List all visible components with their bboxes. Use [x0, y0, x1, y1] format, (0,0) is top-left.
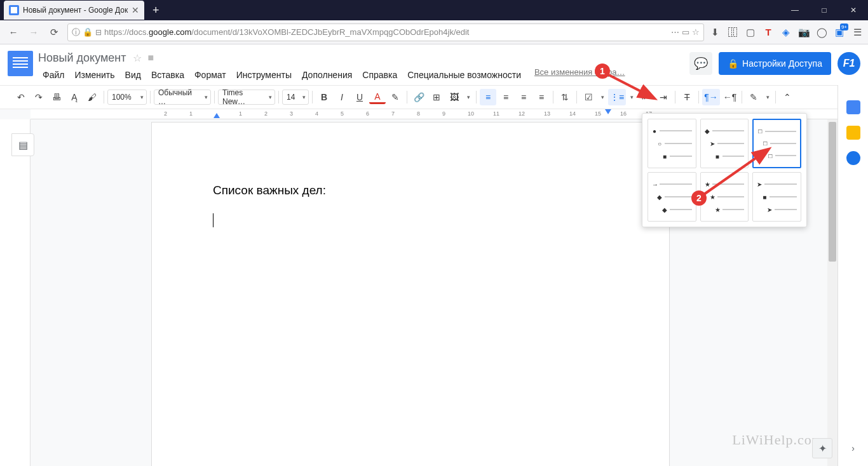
menu-file[interactable]: Файл	[38, 67, 69, 83]
docs-header: Новый документ ☆ ■ Файл Изменить Вид Вст…	[0, 44, 868, 85]
keep-icon[interactable]	[846, 126, 860, 140]
extension-abp-icon[interactable]: ◈	[779, 25, 793, 39]
checklist-button[interactable]: ☑	[580, 89, 597, 105]
sidebar-icon[interactable]: ▢	[743, 25, 757, 39]
star-icon[interactable]: ☆	[692, 27, 700, 37]
window-minimize[interactable]: —	[780, 0, 810, 20]
extension-t-icon[interactable]: T	[761, 25, 775, 39]
account-icon[interactable]: ◯	[815, 25, 829, 39]
text-color-button[interactable]: A	[369, 90, 386, 104]
align-right-button[interactable]: ≡	[515, 89, 532, 105]
font-select[interactable]: Times New…	[218, 90, 275, 105]
explore-button[interactable]: ✦	[812, 438, 832, 458]
paint-format-button[interactable]: 🖌	[84, 89, 100, 105]
menu-format[interactable]: Формат	[190, 67, 231, 83]
menu-tools[interactable]: Инструменты	[232, 67, 296, 83]
format-toolbar: ↶ ↷ 🖶 Ą 🖌 100% Обычный … Times New… 14 B…	[0, 85, 868, 109]
extension-badge-icon[interactable]: ▣	[832, 25, 846, 39]
star-document-icon[interactable]: ☆	[133, 52, 142, 64]
watermark-text: LiWiHelp.com	[732, 432, 824, 448]
tab-title: Новый документ - Google Док	[23, 6, 128, 15]
zoom-select[interactable]: 100%	[107, 90, 147, 105]
ltr-button[interactable]: ¶→	[702, 89, 720, 105]
line-spacing-button[interactable]: ⇅	[557, 89, 573, 105]
bullet-option-4[interactable]: → ◆ ◆	[648, 172, 696, 222]
link-button[interactable]: 🔗	[410, 89, 427, 105]
document-text: Список важных дел:	[213, 183, 608, 197]
calendar-icon[interactable]	[846, 100, 860, 114]
underline-button[interactable]: U	[351, 89, 368, 105]
address-bar[interactable]: ⓘ 🔒 ⊟ https://docs.google.com/document/d…	[67, 23, 704, 41]
bullet-option-1[interactable]: ● ○ ■	[648, 119, 696, 168]
fontsize-select[interactable]: 14	[282, 90, 309, 105]
vertical-ruler[interactable]	[0, 119, 31, 466]
redo-button[interactable]: ↷	[31, 89, 47, 105]
lock-icon: 🔒	[83, 27, 93, 37]
nav-back-button[interactable]: ←	[4, 23, 23, 42]
italic-button[interactable]: I	[334, 89, 350, 105]
page-actions-icon[interactable]: ⋯	[671, 27, 679, 37]
library-icon[interactable]: ⿲	[726, 25, 740, 39]
menu-icon[interactable]: ☰	[850, 25, 864, 39]
nav-reload-button[interactable]: ⟳	[44, 23, 64, 42]
document-title[interactable]: Новый документ	[38, 51, 126, 65]
menu-bar: Файл Изменить Вид Вставка Формат Инструм…	[38, 67, 684, 83]
extension-cam-icon[interactable]: 📷	[797, 25, 811, 39]
svg-line-1	[609, 75, 653, 98]
browser-tab[interactable]: Новый документ - Google Док ✕	[4, 1, 144, 20]
menu-accessibility[interactable]: Специальные возможности	[403, 67, 526, 83]
menu-insert[interactable]: Вставка	[147, 67, 189, 83]
print-button[interactable]: 🖶	[48, 89, 65, 105]
window-titlebar: Новый документ - Google Док ✕ + — □ ✕	[0, 0, 868, 20]
editing-mode-dropdown[interactable]: ▾	[763, 94, 772, 100]
tasks-icon[interactable]	[846, 151, 860, 165]
lock-icon: 🔒	[728, 58, 738, 69]
image-dropdown[interactable]: ▾	[464, 94, 473, 100]
new-tab-button[interactable]: +	[147, 1, 165, 19]
annotation-arrow-2	[699, 145, 775, 202]
vertical-scrollbar[interactable]	[827, 119, 837, 466]
outline-toggle-button[interactable]: ▤	[11, 133, 34, 156]
menu-help[interactable]: Справка	[358, 67, 402, 83]
url-text: https://docs.google.com/document/d/13kVo…	[104, 27, 668, 37]
image-button[interactable]: 🖼	[446, 89, 463, 105]
docs-logo-icon[interactable]	[8, 51, 33, 76]
comment-button[interactable]: ⊞	[428, 89, 445, 105]
document-page[interactable]: Список важных дел:	[151, 122, 670, 466]
annotation-badge-2: 2	[691, 190, 707, 206]
menu-edit[interactable]: Изменить	[70, 67, 119, 83]
style-select[interactable]: Обычный …	[154, 90, 211, 105]
docs-favicon	[9, 5, 19, 15]
undo-button[interactable]: ↶	[13, 89, 29, 105]
share-button[interactable]: 🔒 Настройки Доступа	[719, 52, 831, 75]
reader-icon[interactable]: ▭	[682, 27, 689, 37]
window-close[interactable]: ✕	[839, 0, 868, 20]
info-icon[interactable]: ⓘ	[72, 27, 80, 38]
move-folder-icon[interactable]: ■	[148, 52, 154, 63]
tab-close-icon[interactable]: ✕	[132, 5, 139, 15]
spellcheck-button[interactable]: Ą	[66, 89, 83, 105]
bold-button[interactable]: B	[316, 89, 332, 105]
window-maximize[interactable]: □	[810, 0, 839, 20]
annotation-arrow-1	[604, 70, 661, 108]
highlight-button[interactable]: ✎	[387, 89, 403, 105]
nav-forward-button[interactable]: →	[24, 23, 43, 42]
side-panel: ›	[837, 85, 868, 466]
menu-addons[interactable]: Дополнения	[297, 67, 356, 83]
align-justify-button[interactable]: ≡	[533, 89, 550, 105]
editing-mode-button[interactable]: ✎	[745, 89, 762, 105]
svg-line-3	[704, 150, 768, 194]
user-avatar[interactable]: F1	[837, 52, 860, 75]
side-expand-button[interactable]: ›	[851, 443, 855, 453]
comments-button[interactable]: 💬	[689, 52, 712, 75]
menu-view[interactable]: Вид	[121, 67, 146, 83]
rtl-button[interactable]: ←¶	[721, 89, 739, 105]
clear-format-button[interactable]: T	[679, 89, 695, 105]
permission-icon[interactable]: ⊟	[95, 28, 102, 37]
collapse-toolbar-button[interactable]: ⌃	[779, 89, 796, 105]
pocket-icon[interactable]: ⬇	[708, 25, 722, 39]
scrollbar-thumb[interactable]	[829, 122, 836, 262]
text-cursor	[213, 213, 214, 227]
align-left-button[interactable]: ≡	[480, 89, 496, 105]
align-center-button[interactable]: ≡	[498, 89, 514, 105]
